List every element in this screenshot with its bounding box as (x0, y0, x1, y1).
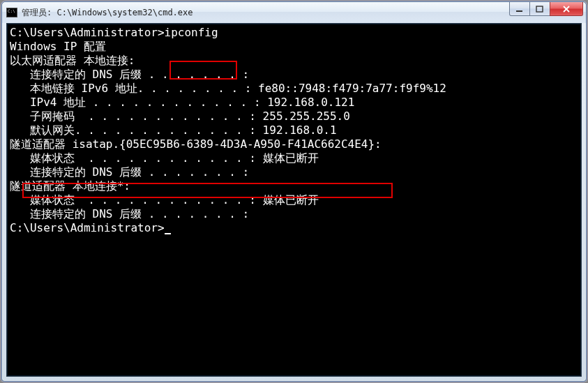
prompt-path: C:\Users\Administrator> (10, 221, 165, 234)
cmd-icon (6, 8, 17, 17)
maximize-icon (536, 6, 544, 13)
adapter-title: 以太网适配器 本地连接: (10, 54, 580, 68)
media-state-line: 媒体状态 . . . . . . . . . . . . : 媒体已断开 (10, 193, 580, 207)
ipconfig-header: Windows IP 配置 (10, 40, 580, 54)
ipv4-line: IPv4 地址 . . . . . . . . . . . . : 192.16… (10, 96, 580, 110)
dns-suffix-line: 连接特定的 DNS 后缀 . . . . . . . : (10, 68, 580, 82)
typed-command: ipconfig (165, 26, 218, 39)
dns-suffix-line: 连接特定的 DNS 后缀 . . . . . . . : (10, 207, 580, 221)
cursor (165, 225, 171, 234)
minimize-icon (515, 6, 524, 13)
tunnel-title: 隧道适配器 isatap.{05EC95B6-6389-4D3A-A950-F4… (10, 137, 580, 151)
terminal-output[interactable]: C:\Users\Administrator>ipconfig Windows … (6, 23, 582, 377)
media-state-line: 媒体状态 . . . . . . . . . . . . : 媒体已断开 (10, 151, 580, 165)
close-button[interactable] (550, 2, 583, 16)
titlebar[interactable]: 管理员: C:\Windows\system32\cmd.exe (2, 2, 586, 23)
ipv6-line: 本地链接 IPv6 地址. . . . . . . . : fe80::7948… (10, 82, 580, 96)
window-controls (509, 2, 586, 23)
subnet-mask-line: 子网掩码 . . . . . . . . . . . . : 255.255.2… (10, 110, 580, 123)
window-title: 管理员: C:\Windows\system32\cmd.exe (22, 7, 509, 19)
prompt-line: C:\Users\Administrator>ipconfig (10, 26, 580, 40)
maximize-button[interactable] (529, 2, 550, 16)
dns-suffix-line: 连接特定的 DNS 后缀 . . . . . . . : (10, 165, 580, 179)
svg-rect-0 (516, 10, 522, 12)
prompt-path: C:\Users\Administrator> (10, 26, 165, 39)
svg-rect-1 (536, 6, 543, 12)
prompt-line: C:\Users\Administrator> (10, 221, 580, 235)
tunnel-title: 隧道适配器 本地连接*: (10, 179, 580, 193)
close-icon (562, 6, 571, 13)
minimize-button[interactable] (509, 2, 530, 16)
gateway-line: 默认网关. . . . . . . . . . . . . : 192.168.… (10, 123, 580, 137)
cmd-window: 管理员: C:\Windows\system32\cmd.exe C:\User… (1, 1, 587, 382)
